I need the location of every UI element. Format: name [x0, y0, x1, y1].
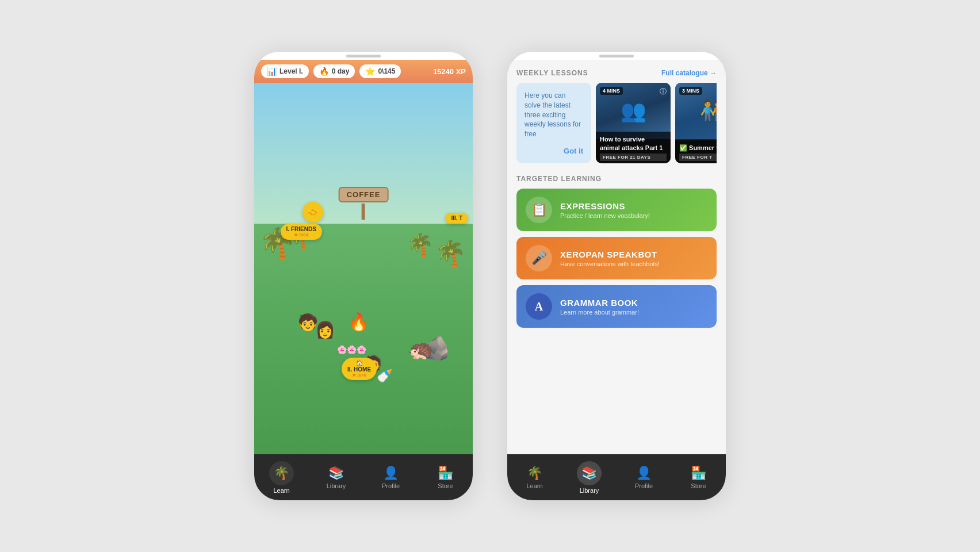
creature: 🦔	[408, 338, 434, 362]
video-mins-badge-1: 4 MINS	[600, 87, 623, 95]
lib-library-label: Library	[580, 487, 599, 494]
grammar-card[interactable]: A GRAMMAR BOOK Learn more about grammar!	[516, 285, 717, 328]
left-phone: 📊 Level I. 🔥 0 day ⭐ 0\145 15240 XP	[254, 52, 473, 500]
campfire: 🔥	[348, 312, 369, 332]
video-mins-badge-2: 3 MINS	[679, 87, 702, 95]
library-screen: WEEKLY LESSONS Full catalogue → Here you…	[507, 60, 726, 500]
chapter-badge-friends[interactable]: I. FRIENDS ★ 0/64	[281, 224, 322, 240]
lib-profile-icon: 👤	[636, 466, 652, 481]
expressions-subtitle: Practice / learn new vocabulary!	[560, 212, 650, 219]
phone-notch-right	[507, 52, 726, 60]
grammar-icon: A	[535, 300, 543, 313]
lesson-video-card-2[interactable]: 🧑‍🤝‍🧑 3 MINS ✅ Summer vacation FREE FOR	[675, 83, 717, 163]
lib-learn-label: Learn	[526, 482, 542, 489]
nav-item-library[interactable]: 📚 Library	[309, 466, 363, 489]
level-label: Level I.	[280, 67, 303, 75]
video-card-bottom-1: How to survive animal attacks Part 1 FRE…	[596, 132, 671, 163]
targeted-learning-title: TARGETED LEARNING	[516, 175, 717, 183]
profile-nav-label: Profile	[382, 482, 400, 489]
coffee-sign: COFFEE	[339, 187, 389, 202]
expressions-text: EXPRESSIONS Practice / learn new vocabul…	[560, 201, 650, 219]
speakbot-text: XEROPAN SPEAKBOT Have conversations with…	[560, 250, 660, 267]
thumbnail-people-2: 🧑‍🤝‍🧑	[700, 99, 717, 123]
speakbot-icon-wrap: 🎤	[526, 245, 552, 271]
expressions-card[interactable]: 📋 EXPRESSIONS Practice / learn new vocab…	[516, 189, 717, 231]
stars-label: 0\145	[378, 67, 395, 75]
learn-nav-label: Learn	[273, 487, 289, 494]
targeted-learning-section: TARGETED LEARNING 📋 EXPRESSIONS Practice…	[516, 175, 717, 328]
video-card-bottom-2: ✅ Summer vacation FREE FOR T	[675, 140, 717, 163]
expressions-icon: 📋	[531, 202, 547, 217]
right-phone: WEEKLY LESSONS Full catalogue → Here you…	[507, 52, 726, 500]
coffee-pole	[362, 204, 365, 220]
game-header: 📊 Level I. 🔥 0 day ⭐ 0\145 15240 XP	[254, 60, 473, 83]
store-nav-label: Store	[438, 482, 453, 489]
lessons-row: Here you can solve the latest three exci…	[516, 83, 717, 163]
video-title-1: How to survive animal attacks Part 1	[600, 135, 667, 152]
speakbot-icon: 🎤	[531, 251, 547, 266]
streak-badge: 🔥 0 day	[313, 64, 355, 78]
chapter-badge-iii[interactable]: III. T	[445, 213, 468, 224]
lib-store-label: Store	[691, 482, 706, 489]
flowers: 🌸🌸🌸	[337, 345, 366, 354]
library-nav-label: Library	[327, 482, 346, 489]
lesson-video-card-1[interactable]: 👥 4 MINS ⓘ How to survive animal attacks…	[596, 83, 671, 163]
game-screen: 📊 Level I. 🔥 0 day ⭐ 0\145 15240 XP	[254, 60, 473, 500]
palm-tree-right: 🌴	[435, 239, 466, 269]
streak-label: 0 day	[332, 67, 350, 75]
speakbot-subtitle: Have conversations with teachbots!	[560, 260, 660, 267]
friends-stars: ★ 0/64	[294, 232, 308, 237]
baby-carriage: 🍼	[377, 369, 392, 384]
expressions-icon-wrap: 📋	[526, 197, 552, 223]
phone-notch-left	[254, 52, 473, 60]
thumbnail-people-1: 👥	[621, 99, 646, 123]
speakbot-name: XEROPAN SPEAKBOT	[560, 250, 660, 259]
game-world[interactable]: 🌴 🌴 🌴 🌴 COFFEE 🤝 I. FRIENDS ★ 0/64 🧒	[254, 83, 473, 454]
free-badge-2: FREE FOR T	[679, 154, 717, 161]
coffee-sign-area: COFFEE	[339, 187, 389, 220]
lib-library-icon: 📚	[581, 466, 597, 480]
weekly-lessons-header: WEEKLY LESSONS Full catalogue →	[516, 69, 717, 77]
learn-nav-icon: 🌴	[274, 466, 289, 480]
chapter-badge-home[interactable]: 🏠 II. HOME ★ 0/70	[342, 358, 377, 380]
video-title-2: ✅ Summer vacation	[679, 144, 717, 152]
weekly-lessons-title: WEEKLY LESSONS	[516, 69, 588, 77]
home-chapter-name: II. HOME	[347, 366, 371, 373]
right-bottom-nav: 🌴 Learn 📚 Library 👤 Profile 🏪 Store	[507, 454, 726, 500]
lib-nav-store[interactable]: 🏪 Store	[671, 466, 726, 489]
store-nav-icon: 🏪	[438, 466, 453, 481]
home-icon-small: 🏠	[356, 360, 363, 366]
grammar-name: GRAMMAR BOOK	[560, 298, 639, 308]
level-badge: 📊 Level I.	[261, 64, 309, 78]
stars-badge: ⭐ 0\145	[359, 64, 401, 78]
info-icon-1[interactable]: ⓘ	[660, 87, 667, 97]
star-icon: ⭐	[365, 67, 375, 76]
nav-item-learn[interactable]: 🌴 Learn	[254, 461, 309, 494]
lib-nav-profile[interactable]: 👤 Profile	[617, 466, 671, 489]
streak-icon: 🔥	[319, 67, 329, 76]
chapter-iii-name: III. T	[451, 215, 462, 221]
character-2: 👩	[315, 320, 335, 339]
left-bottom-nav: 🌴 Learn 📚 Library 👤 Profile 🏪 Store	[254, 454, 473, 500]
nav-item-store[interactable]: 🏪 Store	[418, 466, 473, 489]
lib-nav-library[interactable]: 📚 Library	[562, 461, 617, 494]
library-nav-icon: 📚	[328, 466, 344, 481]
library-content: WEEKLY LESSONS Full catalogue → Here you…	[507, 60, 726, 454]
profile-nav-icon: 👤	[383, 466, 399, 481]
nav-item-profile[interactable]: 👤 Profile	[363, 466, 418, 489]
grammar-text: GRAMMAR BOOK Learn more about grammar!	[560, 298, 639, 316]
grammar-subtitle: Learn more about grammar!	[560, 309, 639, 316]
speakbot-card[interactable]: 🎤 XEROPAN SPEAKBOT Have conversations wi…	[516, 237, 717, 279]
handshake-bubble[interactable]: 🤝	[303, 202, 323, 223]
expressions-name: EXPRESSIONS	[560, 201, 650, 211]
lib-nav-learn[interactable]: 🌴 Learn	[507, 466, 562, 489]
level-icon: 📊	[267, 67, 277, 76]
free-badge-1: FREE FOR 21 DAYS	[600, 154, 667, 161]
friends-chapter-name: I. FRIENDS	[286, 226, 316, 232]
home-stars: ★ 0/70	[352, 373, 366, 378]
got-it-button[interactable]: Got it	[525, 147, 583, 155]
lib-store-icon: 🏪	[691, 466, 706, 481]
lesson-info-card: Here you can solve the latest three exci…	[516, 83, 591, 163]
lesson-info-text: Here you can solve the latest three exci…	[525, 91, 583, 139]
full-catalogue-link[interactable]: Full catalogue →	[661, 69, 717, 77]
